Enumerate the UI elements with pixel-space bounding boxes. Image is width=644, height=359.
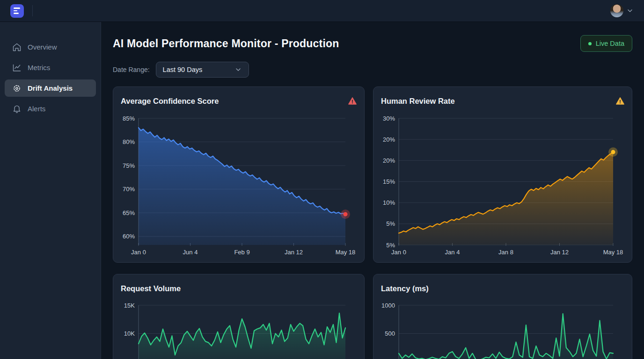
svg-text:Jan 4: Jan 4 bbox=[445, 249, 460, 256]
chart-plot: 15K10K5K bbox=[121, 298, 358, 359]
sidebar-item-label: Alerts bbox=[28, 105, 45, 113]
svg-text:Feb 9: Feb 9 bbox=[234, 249, 249, 256]
chart-title: Human Review Rate bbox=[381, 97, 455, 106]
sidebar-item-label: Overview bbox=[28, 43, 57, 51]
app-logo-icon[interactable] bbox=[10, 4, 24, 18]
svg-text:20%: 20% bbox=[383, 157, 395, 164]
svg-text:May 18: May 18 bbox=[603, 249, 623, 256]
svg-text:70%: 70% bbox=[123, 186, 135, 193]
chart-title: Average Confidence Score bbox=[121, 97, 219, 106]
chevron-down-icon bbox=[626, 7, 634, 14]
user-menu[interactable] bbox=[610, 4, 634, 17]
date-range-value: Last 90 Days bbox=[163, 66, 203, 73]
sidebar-item-drift-analysis[interactable]: Drift Analysis bbox=[5, 79, 96, 97]
svg-text:80%: 80% bbox=[123, 138, 135, 145]
svg-text:Jan 8: Jan 8 bbox=[498, 249, 513, 256]
gear-icon bbox=[12, 84, 22, 93]
svg-text:15%: 15% bbox=[383, 178, 395, 185]
chart-card-3: Request Volume 15K10K5K bbox=[113, 274, 365, 359]
page-title: AI Model Performance Monitor - Productio… bbox=[113, 37, 339, 50]
home-icon bbox=[12, 43, 22, 52]
sidebar-item-label: Metrics bbox=[28, 64, 50, 72]
charts-grid: Average Confidence Score 85%80%75%70%65%… bbox=[113, 86, 632, 359]
svg-text:1000: 1000 bbox=[381, 302, 395, 309]
topbar-divider bbox=[32, 5, 33, 16]
svg-text:60%: 60% bbox=[123, 233, 135, 240]
bell-icon bbox=[12, 104, 22, 114]
topbar bbox=[0, 0, 644, 22]
avatar[interactable] bbox=[610, 4, 623, 17]
svg-text:65%: 65% bbox=[123, 209, 135, 216]
svg-text:5%: 5% bbox=[386, 220, 395, 227]
chart-plot: 10005000 bbox=[381, 298, 625, 359]
svg-text:May 18: May 18 bbox=[336, 249, 356, 256]
svg-text:10%: 10% bbox=[383, 199, 395, 206]
line-chart-icon bbox=[12, 63, 22, 72]
alert-triangle-icon bbox=[348, 97, 357, 105]
svg-text:Jan 0: Jan 0 bbox=[391, 249, 406, 256]
sidebar: Overview Metrics Drift Analysis Alerts bbox=[0, 22, 101, 359]
svg-text:15K: 15K bbox=[124, 302, 135, 309]
live-badge-label: Live Data bbox=[596, 40, 624, 47]
svg-text:5%: 5% bbox=[386, 242, 395, 249]
live-data-badge[interactable]: Live Data bbox=[580, 35, 632, 52]
svg-text:20%: 20% bbox=[383, 136, 395, 143]
chart-card-1: Average Confidence Score 85%80%75%70%65%… bbox=[113, 86, 365, 263]
sidebar-item-alerts[interactable]: Alerts bbox=[5, 100, 96, 117]
svg-text:Jan 0: Jan 0 bbox=[131, 249, 146, 256]
svg-text:85%: 85% bbox=[123, 115, 135, 122]
svg-text:10K: 10K bbox=[124, 330, 135, 337]
svg-text:75%: 75% bbox=[123, 162, 135, 169]
date-range-label: Date Range: bbox=[113, 66, 150, 73]
svg-text:30%: 30% bbox=[383, 115, 395, 122]
sidebar-item-label: Drift Analysis bbox=[28, 84, 73, 92]
chart-plot: 30%20%20%15%10%5%5%Jan 0Jan 4Jan 8Jan 12… bbox=[381, 110, 625, 256]
chart-title: Request Volume bbox=[121, 284, 181, 293]
chart-title: Latency (ms) bbox=[381, 284, 429, 293]
svg-text:Jun 4: Jun 4 bbox=[183, 249, 198, 256]
sidebar-item-overview[interactable]: Overview bbox=[5, 38, 96, 56]
chart-card-4: Latency (ms) 10005000 bbox=[373, 274, 632, 359]
alert-triangle-icon bbox=[616, 97, 624, 105]
chevron-down-icon bbox=[234, 66, 242, 73]
svg-text:500: 500 bbox=[385, 330, 395, 337]
sidebar-item-metrics[interactable]: Metrics bbox=[5, 59, 96, 76]
svg-text:Jan 12: Jan 12 bbox=[550, 249, 569, 256]
chart-card-2: Human Review Rate 30%20%20%15%10%5%5%Jan… bbox=[373, 86, 632, 263]
main-content: AI Model Performance Monitor - Productio… bbox=[101, 22, 644, 359]
date-range-select[interactable]: Last 90 Days bbox=[156, 62, 249, 78]
chart-plot: 85%80%75%70%65%60%Jan 0Jun 4Feb 9Jan 12M… bbox=[121, 110, 358, 256]
live-dot-icon bbox=[588, 42, 592, 45]
svg-text:Jan 12: Jan 12 bbox=[285, 249, 303, 256]
